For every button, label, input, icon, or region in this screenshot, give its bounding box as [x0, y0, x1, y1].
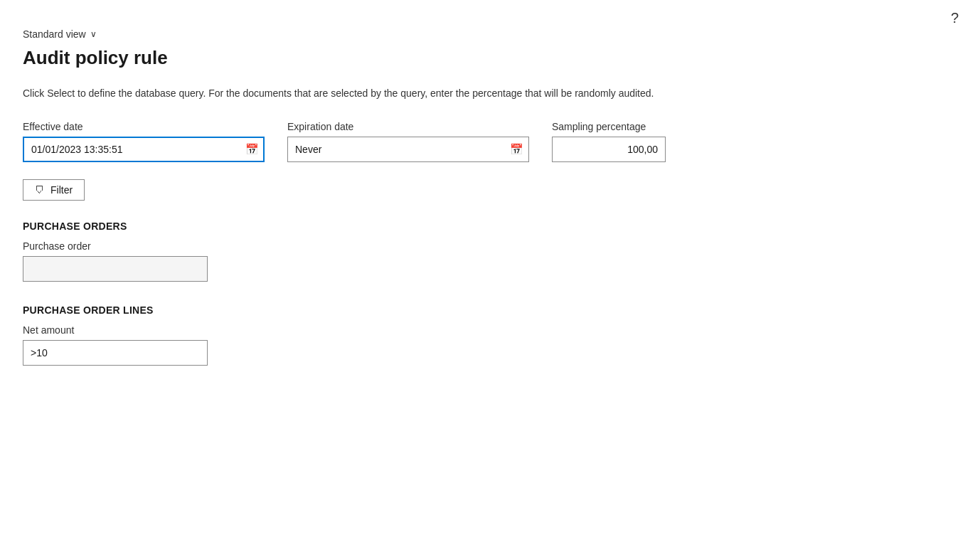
view-selector-label: Standard view	[23, 28, 86, 40]
net-amount-label: Net amount	[23, 324, 957, 336]
filter-icon: ⛉	[36, 184, 44, 196]
expiration-date-group: Expiration date 📅	[287, 121, 529, 162]
view-selector[interactable]: Standard view ∨	[23, 28, 957, 40]
page-title: Audit policy rule	[23, 47, 957, 69]
effective-date-label: Effective date	[23, 121, 265, 132]
expiration-date-input[interactable]	[287, 137, 529, 162]
purchase-order-lines-header: PURCHASE ORDER LINES	[23, 304, 957, 316]
fields-row: Effective date 📅 Expiration date 📅 Sampl…	[23, 121, 957, 162]
sampling-percentage-group: Sampling percentage	[552, 121, 666, 162]
purchase-orders-header: PURCHASE ORDERS	[23, 221, 957, 232]
net-amount-group: Net amount	[23, 324, 957, 366]
filter-button[interactable]: ⛉ Filter	[23, 179, 85, 201]
purchase-order-input[interactable]	[23, 256, 208, 282]
purchase-order-group: Purchase order	[23, 240, 957, 282]
sampling-percentage-label: Sampling percentage	[552, 121, 666, 132]
expiration-date-label: Expiration date	[287, 121, 529, 132]
filter-button-label: Filter	[50, 184, 73, 196]
sampling-percentage-input[interactable]	[552, 137, 666, 162]
main-content: Standard view ∨ Audit policy rule Click …	[0, 0, 980, 417]
purchase-order-label: Purchase order	[23, 240, 957, 252]
effective-date-input[interactable]	[23, 137, 265, 162]
help-icon[interactable]: ?	[951, 10, 959, 26]
expiration-date-wrapper: 📅	[287, 137, 529, 162]
effective-date-wrapper: 📅	[23, 137, 265, 162]
net-amount-input[interactable]	[23, 340, 208, 366]
chevron-down-icon: ∨	[90, 29, 97, 39]
effective-date-group: Effective date 📅	[23, 121, 265, 162]
purchase-order-lines-section: PURCHASE ORDER LINES Net amount	[23, 304, 957, 366]
description-text: Click Select to define the database quer…	[23, 86, 947, 101]
purchase-orders-section: PURCHASE ORDERS Purchase order	[23, 221, 957, 282]
